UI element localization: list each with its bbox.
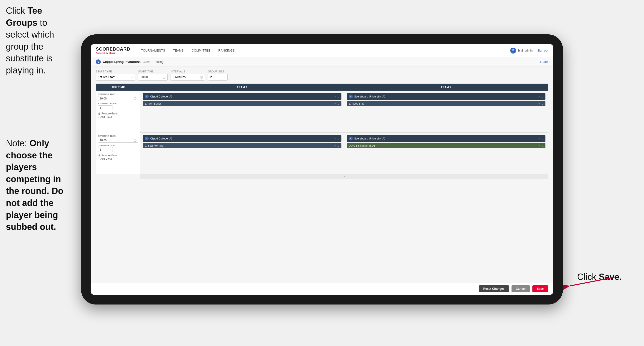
group1-time-input[interactable]: 10:00🕐 bbox=[98, 96, 138, 101]
start-time-label: Start Time bbox=[138, 70, 168, 73]
nav-tournaments[interactable]: TOURNAMENTS bbox=[138, 47, 168, 54]
tablet-device: SCOREBOARD Powered by clippd TOURNAMENTS… bbox=[81, 34, 563, 305]
hosting-label: Hosting bbox=[154, 60, 164, 64]
nav-committee[interactable]: COMMITTEE bbox=[188, 47, 214, 54]
intervals-label: Intervals bbox=[170, 70, 205, 73]
tournament-name: Clippd Spring Invitational bbox=[103, 60, 141, 64]
start-time-input[interactable]: 10:00 🕐 bbox=[138, 74, 168, 80]
team2-header: Team 2 bbox=[344, 84, 548, 91]
group1-team2-card[interactable]: S Scoreboard University (A) ✕ ⌄ bbox=[347, 93, 546, 100]
teams-area: Team 1 Team 2 C Clippd College (A) bbox=[140, 84, 548, 279]
group2-team1-expand[interactable]: ⌄ bbox=[338, 137, 340, 140]
note-bold: Only choose the players competing in the… bbox=[6, 138, 64, 232]
scroll-indicator: ▼ bbox=[140, 174, 548, 179]
save-button[interactable]: Save bbox=[532, 285, 548, 292]
group1-hole-input[interactable]: 1⌄ bbox=[98, 105, 113, 110]
group2-team2-expand[interactable]: ⌄ bbox=[542, 137, 544, 140]
instruction-note: Note: Only choose the players competing … bbox=[0, 137, 76, 233]
group1-tee-time: STARTING TIME: 10:00🕐 STARTING HOLE: 1⌄ … bbox=[96, 91, 140, 132]
instruction-block: Click Tee Groups to select which group t… bbox=[0, 0, 76, 81]
group2-team2-cell: S Scoreboard University (A) ✕ ⌄ Dave Bil… bbox=[344, 133, 548, 174]
group1-team1-icon: C bbox=[145, 94, 149, 98]
g2p2-expand[interactable]: ⌄ bbox=[542, 144, 544, 147]
group1-team1-player1[interactable]: 1. Rich Butler ✕ ⌄ bbox=[143, 101, 342, 106]
nav-items: TOURNAMENTS TEAMS COMMITTEE RANKINGS bbox=[138, 47, 510, 54]
nav-right: B blair admin | Sign out bbox=[510, 48, 548, 53]
start-type-input[interactable]: 1st Tee Start ⌄ bbox=[96, 74, 135, 80]
reset-changes-button[interactable]: Reset Changes bbox=[479, 285, 509, 292]
player1-expand[interactable]: ⌄ bbox=[338, 102, 340, 105]
player2-expand[interactable]: ⌄ bbox=[542, 102, 544, 105]
group1-team1-card[interactable]: C Clippd College (A) ✕ ⌄ bbox=[143, 93, 342, 100]
click-save-prefix: Click bbox=[577, 272, 599, 282]
start-type-arrow: ⌄ bbox=[131, 76, 133, 79]
group1-team2-icon: S bbox=[349, 94, 353, 98]
subheader-left: C Clippd Spring Invitational (Men) Hosti… bbox=[96, 59, 164, 64]
intervals-arrow: 🕐 bbox=[200, 76, 203, 79]
group1-team2-cell: S Scoreboard University (A) ✕ ⌄ 1. Rees … bbox=[344, 91, 548, 132]
group1-team1-cell: C Clippd College (A) ✕ ⌄ 1. Rich Butler bbox=[140, 91, 344, 132]
group1-team2-expand[interactable]: ⌄ bbox=[542, 95, 544, 98]
click-save-label: Click Save. bbox=[577, 272, 622, 282]
group2-team1-card[interactable]: C Clippd College (A) ✕ ⌄ bbox=[143, 135, 342, 142]
group2-team2-card[interactable]: S Scoreboard University (A) ✕ ⌄ bbox=[347, 135, 546, 142]
brand-name: SCOREBOARD bbox=[96, 47, 130, 52]
group2-time-input[interactable]: 10:05🕐 bbox=[98, 138, 138, 143]
group1-team1-name: Clippd College (A) bbox=[150, 95, 172, 98]
remove-group1-link[interactable]: 🗑Remove Group bbox=[98, 112, 138, 115]
add-group1-link[interactable]: +Add Group bbox=[98, 116, 138, 118]
g2p1-expand[interactable]: ⌄ bbox=[338, 144, 340, 147]
tee-time-column: Tee Time STARTING TIME: 10:00🕐 STARTING … bbox=[96, 84, 140, 279]
group1-team2-player1[interactable]: 1. Rees Britt ✕ ⌄ bbox=[347, 101, 546, 106]
tournament-gender: (Men) bbox=[143, 60, 150, 63]
group1-team2-close[interactable]: ✕ bbox=[538, 95, 540, 98]
tablet-screen: SCOREBOARD Powered by clippd TOURNAMENTS… bbox=[91, 44, 553, 295]
add-group2-link[interactable]: +Add Group bbox=[98, 157, 138, 160]
user-name: blair admin bbox=[518, 49, 533, 52]
navbar: SCOREBOARD Powered by clippd TOURNAMENTS… bbox=[91, 44, 553, 57]
sign-out-link[interactable]: Sign out bbox=[537, 49, 548, 52]
start-time-field: Start Time 10:00 🕐 bbox=[138, 70, 168, 80]
powered-by-text: Powered by clippd bbox=[96, 52, 130, 54]
group1-team1-close[interactable]: ✕ bbox=[334, 95, 336, 98]
note-prefix: Note: bbox=[6, 138, 30, 148]
instruction-line1: Click bbox=[6, 6, 28, 16]
g2p2-close[interactable]: ✕ bbox=[538, 144, 540, 147]
player1-close[interactable]: ✕ bbox=[334, 102, 336, 105]
group2-team1-player1[interactable]: 2. Blair McHarg ✕ ⌄ bbox=[143, 143, 342, 148]
group2-tee-time: STARTING TIME: 10:05🕐 STARTING HOLE: 1⌄ … bbox=[96, 132, 140, 174]
group-size-input[interactable]: 2 ⌄ bbox=[208, 74, 228, 80]
remove-group2-link[interactable]: 🗑Remove Group bbox=[98, 154, 138, 157]
nav-rankings[interactable]: RANKINGS bbox=[215, 47, 238, 54]
nav-teams[interactable]: TEAMS bbox=[170, 47, 187, 54]
team1-header: Team 1 bbox=[140, 84, 344, 91]
group2-team1-close[interactable]: ✕ bbox=[334, 137, 336, 140]
start-type-field: Start Type 1st Tee Start ⌄ bbox=[96, 70, 135, 80]
group2-team2-close[interactable]: ✕ bbox=[538, 137, 540, 140]
click-save-bold: Save. bbox=[599, 272, 622, 282]
start-time-arrow: 🕐 bbox=[162, 76, 166, 79]
group2-hole-input[interactable]: 1⌄ bbox=[98, 147, 113, 152]
form-row: Start Type 1st Tee Start ⌄ Start Time 10… bbox=[96, 70, 548, 80]
group1-row: C Clippd College (A) ✕ ⌄ 1. Rich Butler bbox=[140, 91, 548, 132]
group2-team2-name: Scoreboard University (A) bbox=[354, 137, 385, 140]
start-type-label: Start Type bbox=[96, 70, 135, 73]
group2-team1-cell: C Clippd College (A) ✕ ⌄ 2. Blair McHarg bbox=[140, 133, 344, 174]
group1-team2-name: Scoreboard University (A) bbox=[354, 95, 385, 98]
subheader: C Clippd Spring Invitational (Men) Hosti… bbox=[91, 57, 553, 67]
group1-team1-expand[interactable]: ⌄ bbox=[338, 95, 340, 98]
group2-team1-name: Clippd College (A) bbox=[150, 137, 172, 140]
g2p1-close[interactable]: ✕ bbox=[334, 144, 336, 147]
group-size-arrow: ⌄ bbox=[224, 76, 226, 79]
cancel-button[interactable]: Cancel bbox=[512, 285, 530, 292]
user-avatar: B bbox=[510, 48, 516, 53]
brand-logo: SCOREBOARD Powered by clippd bbox=[96, 47, 130, 54]
tournament-icon: C bbox=[96, 59, 101, 64]
player2-close[interactable]: ✕ bbox=[538, 102, 540, 105]
group2-team2-icon: S bbox=[349, 137, 353, 140]
intervals-input[interactable]: 5 Minutes 🕐 bbox=[170, 74, 205, 80]
group-size-label: Group Size bbox=[208, 70, 228, 73]
group-size-field: Group Size 2 ⌄ bbox=[208, 70, 228, 80]
back-link[interactable]: ‹ Back bbox=[540, 60, 548, 64]
group2-team2-sub-player[interactable]: Dave Billingham (SUB) ✕ ⌄ bbox=[347, 143, 546, 148]
